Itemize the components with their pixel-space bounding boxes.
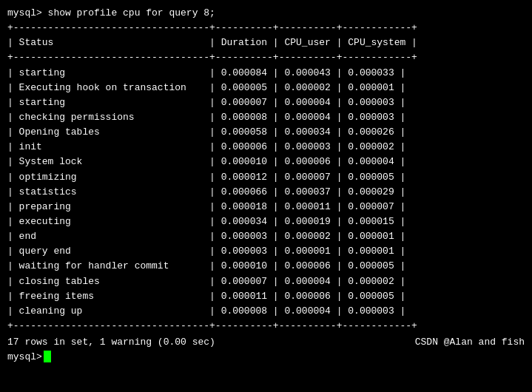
footer-text: 17 rows in set, 1 warning (0.00 sec) [7, 337, 215, 348]
table-content: +----------------------------------+----… [7, 21, 525, 334]
footer-area: 17 rows in set, 1 warning (0.00 sec) CSD… [7, 337, 525, 348]
cursor [44, 351, 51, 362]
terminal: mysql> show profile cpu for query 8; +--… [0, 0, 532, 392]
command-line: mysql> show profile cpu for query 8; [7, 6, 525, 21]
prompt-line[interactable]: mysql> [7, 351, 525, 362]
branding: CSDN @Alan and fish [415, 337, 525, 348]
prompt-label: mysql> [7, 351, 42, 362]
